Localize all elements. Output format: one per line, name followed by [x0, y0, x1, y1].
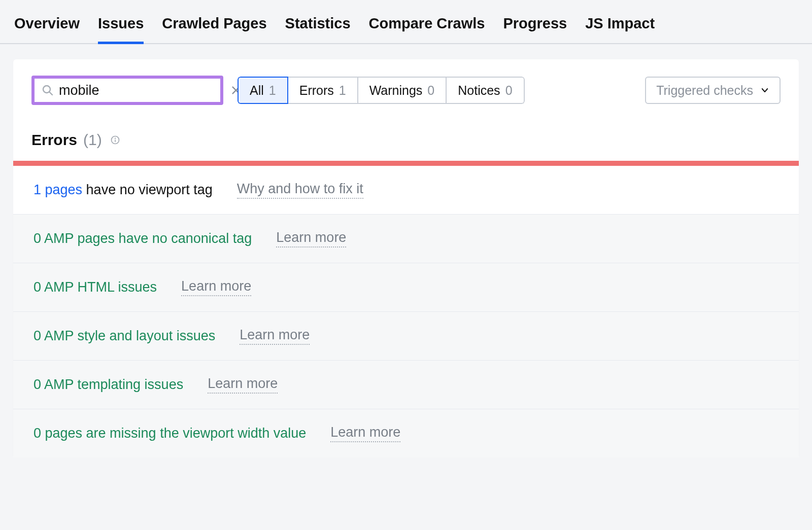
learn-more-link[interactable]: Learn more	[240, 327, 310, 345]
tab-crawled-pages[interactable]: Crawled Pages	[162, 9, 266, 43]
search-icon	[42, 84, 54, 96]
issue-text: 0 AMP style and layout issues	[33, 328, 215, 344]
section-count: (1)	[83, 131, 102, 149]
filter-label: Warnings	[369, 83, 423, 98]
issue-row: 0 AMP pages have no canonical tagLearn m…	[13, 214, 799, 263]
search-input-wrap	[31, 76, 223, 105]
issue-text: 0 AMP templating issues	[33, 377, 183, 393]
filter-segment: All1Errors1Warnings0Notices0	[238, 77, 525, 104]
panel-toolbar: All1Errors1Warnings0Notices0 Triggered c…	[13, 59, 799, 117]
triggered-checks-dropdown[interactable]: Triggered checks	[645, 77, 781, 104]
tab-issues[interactable]: Issues	[98, 9, 144, 43]
learn-more-link[interactable]: Learn more	[276, 230, 346, 248]
tab-js-impact[interactable]: JS Impact	[585, 9, 655, 43]
search-input[interactable]	[59, 83, 230, 98]
tab-overview[interactable]: Overview	[14, 9, 80, 43]
severity-bar	[13, 161, 799, 166]
section-title: Errors	[31, 131, 77, 149]
issue-row: 0 AMP style and layout issuesLearn more	[13, 311, 799, 360]
tab-compare-crawls[interactable]: Compare Crawls	[369, 9, 485, 43]
learn-more-link[interactable]: Learn more	[330, 425, 400, 442]
issues-panel: All1Errors1Warnings0Notices0 Triggered c…	[13, 59, 799, 457]
issue-row: 0 AMP HTML issuesLearn more	[13, 263, 799, 311]
tab-statistics[interactable]: Statistics	[285, 9, 351, 43]
filter-all[interactable]: All1	[238, 77, 288, 104]
filter-label: Errors	[299, 83, 334, 98]
issue-row: 0 pages are missing the viewport width v…	[13, 409, 799, 457]
issue-text[interactable]: 1 pages have no viewport tag	[33, 182, 213, 198]
learn-more-link[interactable]: Why and how to fix it	[237, 181, 363, 199]
main-tabs: OverviewIssuesCrawled PagesStatisticsCom…	[0, 0, 812, 44]
filter-count: 0	[427, 83, 434, 98]
svg-line-1	[49, 92, 52, 95]
svg-rect-6	[115, 139, 116, 142]
issue-row: 1 pages have no viewport tagWhy and how …	[13, 166, 799, 214]
section-heading: Errors (1)	[13, 117, 799, 161]
issue-count-link[interactable]: 1 pages	[33, 182, 82, 197]
issues-list: 1 pages have no viewport tagWhy and how …	[13, 166, 799, 457]
learn-more-link[interactable]: Learn more	[181, 278, 251, 296]
tab-progress[interactable]: Progress	[503, 9, 567, 43]
filter-warnings[interactable]: Warnings0	[358, 77, 447, 104]
info-icon[interactable]	[110, 135, 120, 145]
filter-errors[interactable]: Errors1	[288, 77, 358, 104]
issue-text: 0 pages are missing the viewport width v…	[33, 426, 306, 441]
issue-row: 0 AMP templating issuesLearn more	[13, 360, 799, 409]
filter-label: All	[250, 83, 264, 98]
filter-count: 1	[339, 83, 346, 98]
filter-count: 0	[505, 83, 513, 98]
svg-point-5	[115, 138, 116, 139]
chevron-down-icon	[760, 86, 769, 95]
triggered-checks-label: Triggered checks	[656, 83, 753, 98]
issue-text: 0 AMP pages have no canonical tag	[33, 231, 252, 246]
issue-text: 0 AMP HTML issues	[33, 279, 157, 295]
filter-count: 1	[269, 83, 276, 98]
filter-notices[interactable]: Notices0	[447, 77, 524, 104]
filter-label: Notices	[458, 83, 500, 98]
learn-more-link[interactable]: Learn more	[208, 376, 278, 394]
